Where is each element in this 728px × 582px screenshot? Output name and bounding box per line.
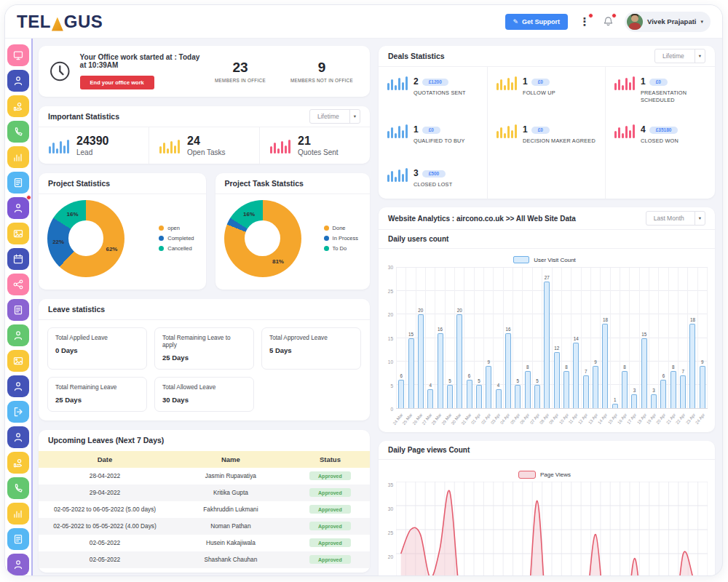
notes-icon[interactable] (7, 299, 29, 321)
y-axis-tick: 15 (388, 335, 393, 340)
website-analytics-card: Website Analytics : aircono.co.uk >> All… (379, 207, 715, 432)
website-analytics-period-dropdown[interactable]: Last Month ▾ (646, 211, 705, 226)
donut-slice-label: 62% (106, 245, 117, 252)
deals-statistics-period-dropdown[interactable]: Lifetime ▾ (654, 49, 705, 63)
search-user-icon[interactable] (7, 426, 29, 448)
deal-stat-preasentation-scheduled: 1£0PREASENTATION SCHEDULED (606, 67, 715, 115)
gallery-icon[interactable] (7, 223, 29, 244)
deal-count: 4 (641, 124, 646, 135)
calendar-icon[interactable] (7, 248, 29, 270)
deal-stat-empty (606, 159, 715, 199)
bar-slot: 4 (493, 268, 502, 408)
stat-label: Open Tasks (187, 148, 226, 156)
payroll-icon[interactable] (7, 95, 29, 117)
y-axis-tick: 20 (388, 312, 393, 317)
kebab-menu-button[interactable]: ⋮ (578, 15, 591, 28)
mini-bar-chart-icon (49, 137, 69, 154)
bar (554, 352, 560, 408)
user-visit-count-legend-label: User Visit Count (534, 257, 576, 263)
bar-slot: 15 (405, 268, 415, 408)
statistics-icon[interactable] (7, 146, 29, 168)
bar (505, 333, 511, 408)
screen-icon[interactable] (7, 44, 29, 66)
bar (476, 385, 482, 408)
chevron-down-icon: ▾ (700, 19, 703, 25)
bar (700, 366, 705, 408)
logout-icon[interactable] (7, 401, 29, 423)
calls-icon[interactable] (7, 121, 29, 143)
leave-date: 02-05-2022 to 05-05-2022 (4.00 Days) (39, 518, 171, 535)
important-statistics-period-dropdown[interactable]: Lifetime ▾ (309, 109, 360, 124)
deal-stat-closed-lost: 3£500CLOSED LOST (379, 159, 488, 199)
end-office-work-button[interactable]: End your office work (80, 76, 154, 89)
stat-value: 24 (187, 135, 226, 148)
deal-label: QUALIFIED TO BUY (414, 137, 465, 145)
user-name: Vivek Prajapati (647, 17, 696, 25)
user-menu[interactable]: Vivek Prajapati ▾ (625, 12, 711, 32)
bar-slot: 14 (571, 268, 580, 408)
status-badge: Approved (309, 471, 351, 480)
user-visit-count-legend-swatch (513, 256, 529, 263)
bar-slot: 18 (600, 268, 609, 408)
important-statistics-title: Important Statistics (48, 112, 119, 121)
leave-stat-label: Total Remaining Leave to apply (162, 334, 246, 348)
stat-value: 21 (298, 135, 339, 148)
leave-date: 02-05-2022 to 06-05-2022 (5.00 days) (39, 501, 171, 518)
user-settings-icon[interactable] (7, 375, 29, 397)
notification-dot (26, 195, 31, 200)
invoices-icon[interactable] (7, 528, 29, 550)
mini-bar-chart-icon (496, 122, 517, 138)
y-axis-tick: 5 (390, 383, 393, 388)
employees-icon[interactable] (7, 324, 29, 346)
bar-slot: 8 (522, 268, 531, 408)
table-row: 02-05-2022 to 05-05-2022 (4.00 Days)Noma… (39, 518, 370, 535)
table-row: 29-04-2022Kritika GuptaApproved (39, 485, 370, 501)
network-icon[interactable] (7, 274, 29, 295)
donut-slice-label: 16% (243, 211, 255, 218)
recruitment-icon[interactable] (7, 70, 29, 92)
legend-dot (324, 236, 329, 241)
y-axis-tick: 20 (388, 554, 393, 559)
get-support-button[interactable]: ✎ Get Support (505, 14, 569, 30)
bar-slot: 1 (610, 268, 620, 408)
legend-dot (159, 236, 164, 241)
legend-item: Completed (159, 235, 194, 242)
project-statistics-legend: openCompletedCancelled (159, 225, 194, 252)
bar-slot: 18 (687, 268, 697, 408)
support-calls-icon[interactable] (7, 477, 29, 499)
legend-item: In Process (324, 235, 358, 242)
chevron-down-icon: ▾ (695, 49, 705, 63)
status-badge: Approved (309, 555, 351, 564)
important-statistics-card: Important Statistics Lifetime ▾ 24390Lea… (39, 106, 370, 164)
legend-label: Cancelled (167, 245, 191, 252)
deal-stat-follow-up: 1£0FOLLOW UP (488, 67, 606, 115)
deal-count: 1 (523, 124, 528, 135)
legend-label: Done (333, 225, 346, 231)
leave-date: 02-05-2022 (39, 535, 171, 551)
media-icon[interactable] (7, 350, 29, 372)
contacts-icon[interactable] (7, 197, 29, 219)
page-views-line-chart (396, 482, 708, 576)
documents-icon[interactable] (7, 172, 29, 194)
telagus-logo: TELGUS (17, 12, 103, 32)
bar (602, 324, 608, 408)
leave-name: Shashank Chauhan (171, 551, 290, 568)
finance-icon[interactable] (7, 452, 29, 474)
leave-stat-value: 25 Days (162, 354, 246, 362)
office-started-text: Your Office work started at : Today at 1… (80, 53, 202, 69)
leave-date: 28-04-2022 (39, 468, 171, 485)
profile-icon[interactable] (7, 554, 29, 575)
y-axis-tick: 25 (388, 530, 393, 535)
mini-bar-chart-icon (614, 122, 635, 138)
leave-stat-label: Total Remaining Leave (55, 383, 139, 391)
bar (660, 380, 666, 408)
deal-amount-badge: £0 (531, 127, 550, 134)
bar-slot: 6 (464, 268, 473, 408)
y-axis-tick: 25 (388, 288, 393, 293)
deal-count: 1 (523, 76, 528, 87)
reports-icon[interactable] (7, 503, 29, 525)
legend-label: In Process (333, 235, 358, 242)
leave-statistics-card: Leave statistics Total Applied Leave0 Da… (39, 299, 370, 420)
notifications-button[interactable] (601, 15, 614, 28)
leave-stat-total-allowed-leave: Total Allowed Leave30 Days (154, 377, 254, 412)
